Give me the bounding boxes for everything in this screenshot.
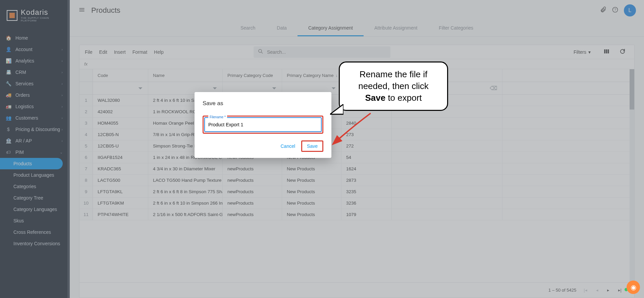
save-button[interactable]: Save xyxy=(301,140,323,152)
callout-bold: Save xyxy=(365,93,385,103)
svg-marker-9 xyxy=(330,104,343,114)
cancel-button[interactable]: Cancel xyxy=(276,140,300,152)
filename-field-highlight: Filename * xyxy=(203,116,323,134)
filename-input[interactable] xyxy=(205,118,321,131)
dialog-title: Save as xyxy=(203,100,323,107)
callout-line2: needed, then click xyxy=(358,81,429,91)
callout-line1: Rename the file if xyxy=(360,69,427,79)
callout-line3: to export xyxy=(385,93,422,103)
annotation-callout: Rename the file if needed, then click Sa… xyxy=(339,61,448,111)
filename-label: Filename * xyxy=(208,115,227,119)
callout-tail-icon xyxy=(330,104,343,118)
save-as-dialog: Save as Filename * Cancel Save xyxy=(195,92,331,158)
chat-widget[interactable]: ◉ xyxy=(627,281,640,294)
